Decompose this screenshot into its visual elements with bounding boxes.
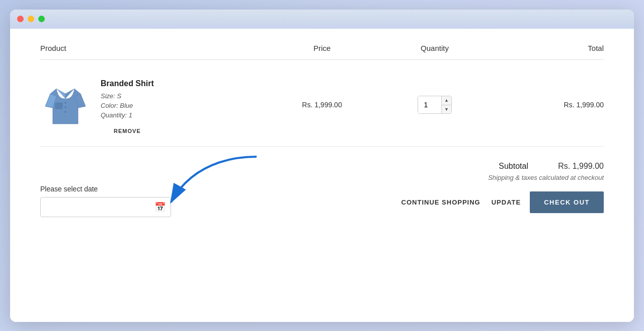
svg-point-3 [65,111,66,112]
product-price: Rs. 1,999.00 [302,101,342,109]
minimize-button[interactable] [28,16,34,22]
titlebar [10,10,634,29]
header-total: Total [491,44,604,52]
header-quantity: Quantity [378,44,491,52]
cart-actions: CONTINUE SHOPPING UPDATE CHECK OUT [399,191,604,213]
checkout-button[interactable]: CHECK OUT [530,191,604,213]
product-info: Branded Shirt Size: S Color: Blue Quanti… [101,76,154,134]
product-color: Color: Blue [101,102,154,109]
browser-window: Product Price Quantity Total [10,10,634,322]
date-label: Please select date [40,185,171,193]
close-button[interactable] [17,16,24,22]
header-price: Price [266,44,378,52]
price-cell: Rs. 1,999.00 [266,101,378,109]
remove-button[interactable]: REMOVE [101,128,154,134]
svg-rect-0 [55,103,62,109]
continue-shopping-button[interactable]: CONTINUE SHOPPING [399,193,482,211]
header-product: Product [40,44,266,52]
right-lower: Subtotal Rs. 1,999.00 Shipping & taxes c… [399,162,604,213]
subtotal-label: Subtotal [499,162,528,171]
left-lower: Please select date 📅 [40,152,267,217]
product-name: Branded Shirt [101,79,154,88]
main-content: Product Price Quantity Total [10,29,634,322]
product-image [40,76,91,131]
product-cell: Branded Shirt Size: S Color: Blue Quanti… [40,76,266,134]
subtotal-row: Subtotal Rs. 1,999.00 [499,162,604,171]
cart-table: Product Price Quantity Total [40,44,604,147]
quantity-arrows: ▲ ▼ [441,96,451,113]
lower-area: Please select date 📅 [40,152,604,217]
maximize-button[interactable] [38,16,45,22]
svg-point-2 [65,106,66,108]
table-header: Product Price Quantity Total [40,44,604,60]
svg-point-1 [65,102,66,103]
product-total: Rs. 1,999.00 [564,101,604,109]
date-input-wrapper: 📅 [40,197,171,217]
date-section: Please select date 📅 [40,185,171,217]
product-size: Size: S [101,92,154,100]
update-button[interactable]: UPDATE [490,193,523,211]
quantity-up-arrow[interactable]: ▲ [442,96,451,105]
arrow-annotation [156,152,267,217]
date-input[interactable] [46,203,146,211]
quantity-input-wrapper: ▲ ▼ [418,96,452,114]
traffic-lights [17,16,45,22]
table-row: Branded Shirt Size: S Color: Blue Quanti… [40,64,604,147]
subtotal-amount: Rs. 1,999.00 [553,162,604,171]
quantity-cell: ▲ ▼ [378,96,491,114]
total-cell: Rs. 1,999.00 [491,101,604,109]
quantity-stepper[interactable] [418,96,441,113]
shipping-note: Shipping & taxes calculated at checkout [488,174,604,181]
product-quantity-detail: Quantity: 1 [101,111,154,119]
shirt-svg [43,79,88,129]
quantity-down-arrow[interactable]: ▼ [442,105,451,114]
